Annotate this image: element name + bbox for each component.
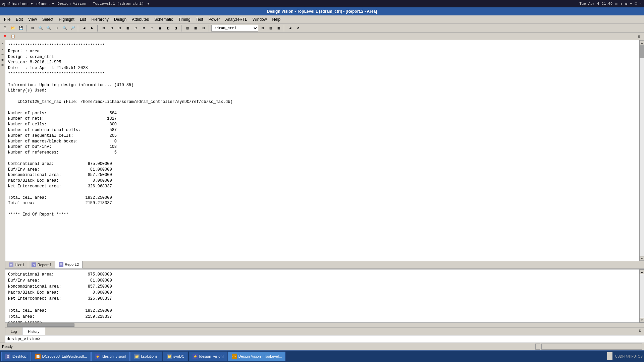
sys-icon-2[interactable]: ⬆ <box>620 2 623 6</box>
toolbar-btn22[interactable]: ⊞ <box>259 24 266 32</box>
toolbar-btn7[interactable]: ◀ <box>80 24 88 32</box>
console-tab-history[interactable]: History <box>22 327 45 335</box>
sidebar-icon-4[interactable]: ⊡ <box>1 58 5 62</box>
taskbar-design-vision-2[interactable]: ⚡ [design_vision] <box>189 352 227 361</box>
menu-test[interactable]: Test <box>193 16 206 22</box>
toolbar-btn8[interactable]: ▶ <box>89 24 96 32</box>
applications-menu[interactable]: Applications ▾ <box>2 2 33 6</box>
scroll-up-arrow[interactable]: ▲ <box>640 40 644 45</box>
menu-design[interactable]: Design <box>111 16 129 22</box>
menu-timing[interactable]: Timing <box>176 16 193 22</box>
menu-file[interactable]: File <box>1 16 13 22</box>
tab-hier1[interactable]: H Hier.1 <box>5 261 28 268</box>
toolbar-btn5[interactable]: 🔍 <box>61 24 68 32</box>
design-selector[interactable]: sdram_ctrl <box>211 25 258 32</box>
datetime-display: Tue Apr 4 21:46 <box>579 2 612 6</box>
hscroll-thumb[interactable] <box>7 323 74 327</box>
taskbar-design-vision-main[interactable]: DV Design Vision - TopLevel... <box>228 352 286 361</box>
close-btn[interactable]: × <box>1 33 9 40</box>
report2-label: Report.2 <box>65 262 79 266</box>
sidebar-icon-1[interactable]: ↗ <box>1 42 5 46</box>
menu-schematic[interactable]: Schematic <box>152 16 176 22</box>
system-bar: Applications ▾ Places ▾ Design Vision - … <box>0 0 644 7</box>
minimize-button[interactable]: − <box>630 2 632 6</box>
taskbar-design-vision-1[interactable]: ⚡ [design_vision] <box>91 352 130 361</box>
toolbar-btn20[interactable]: ▦ <box>192 24 199 32</box>
toolbar-btn4[interactable]: ↺ <box>53 24 60 32</box>
console-gear-icon[interactable]: ⚙ <box>636 327 644 335</box>
toolbar2-right[interactable]: ⊟ <box>635 33 643 40</box>
cmd-prompt: design_vision> <box>7 337 41 342</box>
toolbar-btn19[interactable]: ▤ <box>184 24 191 32</box>
toolbar-btn9[interactable]: ⊞ <box>100 24 107 32</box>
toolbar-btn25[interactable]: ◀ <box>286 24 294 32</box>
console-scroll-up[interactable]: ▲ <box>640 269 644 274</box>
title-bar: Design Vision - TopLevel.1 (sdram_ctrl) … <box>0 7 644 15</box>
menu-list[interactable]: List <box>77 16 89 22</box>
sidebar-icon-3[interactable]: ↔ <box>1 52 5 56</box>
toolbar-btn14[interactable]: ⊠ <box>140 24 148 32</box>
toolbar-save[interactable]: 💾 <box>17 24 25 32</box>
scroll-thumb[interactable] <box>640 45 644 58</box>
toolbar-btn15[interactable]: ⊞ <box>148 24 156 32</box>
menu-power[interactable]: Power <box>206 16 223 22</box>
menu-help[interactable]: Help <box>269 16 283 22</box>
toolbar-btn17[interactable]: ◧ <box>164 24 172 32</box>
pdf-icon: 📄 <box>35 354 41 359</box>
menu-edit[interactable]: Edit <box>13 16 25 22</box>
bottom-console: Combinational area: 975.000000 Buf/Inv a… <box>5 269 644 343</box>
toolbar-btn21[interactable]: ⊡ <box>200 24 207 32</box>
sidebar-icon-2[interactable]: ↙ <box>1 47 5 51</box>
taskbar-solutions[interactable]: 📁 [.solutions] <box>130 352 162 361</box>
toolbar-btn11[interactable]: ⊡ <box>116 24 123 32</box>
toolbar-new[interactable]: 🗋 <box>1 24 9 32</box>
dv-main-icon: DV <box>232 354 237 359</box>
toolbar-btn16[interactable]: ▣ <box>156 24 164 32</box>
menu-view[interactable]: View <box>25 16 40 22</box>
toolbar-btn13[interactable]: ⊟ <box>132 24 140 32</box>
taskbar-syndc[interactable]: 📁 synDC <box>163 352 188 361</box>
toolbar-btn23[interactable]: ▤ <box>267 24 274 32</box>
toolbar-reload[interactable]: ↺ <box>294 24 302 32</box>
menu-bar: File Edit View Select Highlight List Hie… <box>0 15 644 23</box>
toolbar-btn1[interactable]: ⊠ <box>29 24 36 32</box>
sidebar-icon-5[interactable]: ⊞ <box>1 63 5 67</box>
sys-icon-3[interactable]: ◉ <box>625 2 628 6</box>
taskbar-right: CSDN @HFUTOS <box>607 352 643 360</box>
console-scroll-track[interactable] <box>640 274 644 318</box>
maximize-button[interactable]: □ <box>635 2 637 6</box>
toolbar-btn12[interactable]: ▦ <box>124 24 131 32</box>
dv1-icon: ⚡ <box>95 354 100 359</box>
solutions-icon: 📁 <box>134 354 140 359</box>
menu-select[interactable]: Select <box>40 16 56 22</box>
taskbar-desktop[interactable]: 🖥 [Desktop] <box>1 352 31 361</box>
menu-analyzertl[interactable]: AnalyzeRTL <box>223 16 250 22</box>
tab-report1[interactable]: R Report.1 <box>28 261 55 268</box>
menu-attributes[interactable]: Attributes <box>129 16 152 22</box>
toolbar-btn24[interactable]: ▦ <box>275 24 282 32</box>
console-scrollbar[interactable]: ▲ ▼ <box>639 269 644 322</box>
toolbar-btn18[interactable]: ◨ <box>172 24 180 32</box>
menu-hierarchy[interactable]: Hierarchy <box>89 16 111 22</box>
toolbar-btn10[interactable]: ⊟ <box>108 24 115 32</box>
menu-highlight[interactable]: Highlight <box>56 16 77 22</box>
scroll-down-arrow[interactable]: ▼ <box>640 256 644 261</box>
close-button[interactable]: × <box>640 2 642 6</box>
toolbar2-btn2[interactable]: 📋 <box>9 33 17 40</box>
cmd-input[interactable] <box>41 337 643 342</box>
toolbar-btn2[interactable]: 🔍 <box>37 24 44 32</box>
report-scrollbar[interactable]: ▲ ▼ <box>639 40 644 261</box>
console-hscroll[interactable] <box>5 322 644 327</box>
menu-window[interactable]: Window <box>250 16 270 22</box>
toolbar-open[interactable]: 📂 <box>9 24 17 32</box>
app-title-arrow: ▾ <box>147 2 150 6</box>
scroll-track[interactable] <box>640 45 644 256</box>
tab-report2[interactable]: R Report.2 <box>55 261 83 268</box>
taskbar-pdf[interactable]: 📄 DC200703_LabGuide.pdf... <box>32 352 91 361</box>
toolbar-btn6[interactable]: 🔎 <box>69 24 76 32</box>
sys-icon-1[interactable]: ⊞ <box>615 2 618 6</box>
console-scroll-down[interactable]: ▼ <box>640 318 644 322</box>
toolbar-btn3[interactable]: 🔍 <box>45 24 52 32</box>
places-menu[interactable]: Places ▾ <box>36 2 54 6</box>
console-tab-log[interactable]: Log <box>5 327 22 335</box>
